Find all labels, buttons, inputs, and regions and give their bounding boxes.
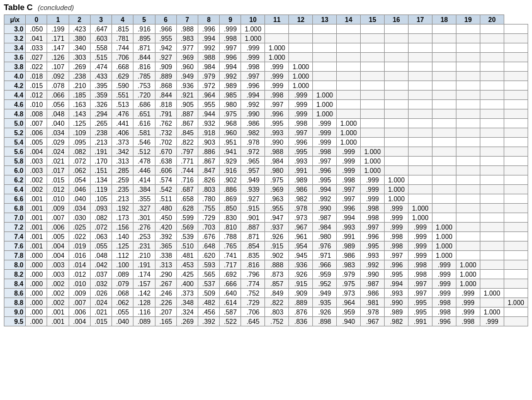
table-cell: .628 [176, 204, 198, 213]
table-cell [480, 270, 504, 279]
table-cell: .034 [47, 128, 69, 138]
table-cell: .024 [90, 298, 111, 308]
table-cell: .342 [112, 147, 133, 157]
table-cell [337, 72, 361, 81]
table-cell: .854 [241, 242, 265, 251]
table-cell: .303 [69, 53, 90, 62]
table-cell [313, 81, 337, 91]
table-cell [456, 62, 480, 72]
table-cell: .476 [112, 109, 133, 119]
table-cell: .999 [289, 100, 313, 109]
table-cell: .666 [220, 279, 241, 289]
row-label: 3.8 [4, 62, 26, 72]
col-header-14: 14 [337, 15, 361, 25]
table-cell [433, 109, 456, 119]
table-cell: .706 [112, 53, 133, 62]
table-cell: .095 [69, 138, 90, 147]
table-cell: .481 [176, 251, 198, 260]
table-cell [433, 157, 456, 166]
table-cell: .474 [90, 62, 111, 72]
row-label: 6.4 [4, 185, 26, 194]
table-cell [504, 289, 528, 298]
table-cell: .551 [112, 91, 133, 100]
table-cell: .340 [69, 43, 90, 53]
table-cell [504, 242, 528, 251]
col-header-12: 12 [289, 15, 313, 25]
table-cell: .771 [176, 157, 198, 166]
table-cell [480, 213, 504, 223]
table-cell: .004 [47, 251, 69, 260]
table-cell: .171 [47, 34, 69, 43]
table-cell: .995 [409, 298, 433, 308]
table-cell: 1.000 [337, 138, 361, 147]
table-cell: .026 [90, 289, 111, 298]
table-cell: .373 [112, 138, 133, 147]
table-cell: .000 [26, 298, 47, 308]
row-label: 8.4 [4, 279, 26, 289]
table-cell [480, 100, 504, 109]
row-label: 4.8 [4, 109, 26, 119]
table-cell [480, 72, 504, 81]
table-cell: .998 [361, 204, 385, 213]
table-cell: .916 [133, 25, 155, 34]
table-cell [504, 317, 528, 326]
table-cell: 1.000 [265, 43, 289, 53]
table-cell: .082 [69, 147, 90, 157]
table-cell: .068 [112, 289, 133, 298]
table-cell: .997 [337, 185, 361, 194]
table-cell: .999 [337, 147, 361, 157]
table-cell [361, 109, 385, 119]
table-cell [337, 53, 361, 62]
row-label: 6.0 [4, 166, 26, 175]
table-cell: .975 [337, 279, 361, 289]
table-cell [385, 147, 409, 157]
table-cell [409, 109, 433, 119]
table-cell: 1.000 [433, 223, 456, 232]
table-cell: .987 [361, 279, 385, 289]
table-cell: .313 [112, 157, 133, 166]
table-cell [433, 43, 456, 53]
table-cell: .961 [289, 232, 313, 242]
table-cell: .997 [385, 251, 409, 260]
table-cell: .450 [155, 213, 176, 223]
table-cell: .063 [90, 232, 111, 242]
table-cell: .048 [47, 109, 69, 119]
row-label: 3.6 [4, 53, 26, 62]
table-cell: .774 [241, 279, 265, 289]
table-cell: .478 [133, 157, 155, 166]
table-cell: .072 [69, 157, 90, 166]
table-cell: .969 [176, 53, 198, 62]
table-cell [456, 213, 480, 223]
table-cell: .902 [220, 175, 241, 185]
table-cell: .857 [265, 279, 289, 289]
table-cell: .546 [133, 138, 155, 147]
table-cell [504, 204, 528, 213]
row-label: 3.0 [4, 25, 26, 34]
table-cell [361, 43, 385, 53]
table-cell: .226 [155, 298, 176, 308]
table-cell [409, 166, 433, 175]
table-cell: .003 [47, 270, 69, 279]
table-cell [433, 62, 456, 72]
table-cell: .729 [241, 298, 265, 308]
table-cell: .599 [176, 213, 198, 223]
table-cell: .021 [90, 308, 111, 317]
table-cell [385, 34, 409, 43]
table-cell: .267 [155, 279, 176, 289]
table-cell [504, 185, 528, 194]
table-cell: .002 [47, 298, 69, 308]
table-cell: .994 [337, 213, 361, 223]
table-cell: .324 [176, 308, 198, 317]
table-cell [456, 109, 480, 119]
table-cell: .040 [112, 317, 133, 326]
table-cell: .235 [112, 185, 133, 194]
table-cell: .606 [155, 166, 176, 175]
table-cell: .400 [176, 279, 198, 289]
table-cell: 1.000 [385, 194, 409, 204]
table-cell: .050 [26, 25, 47, 34]
page: Table C (concluded) μ\x01234567891011121… [0, 0, 532, 400]
table-cell: .960 [220, 128, 241, 138]
table-cell: .815 [112, 25, 133, 34]
table-cell: .238 [90, 128, 111, 138]
table-cell: .999 [361, 194, 385, 204]
